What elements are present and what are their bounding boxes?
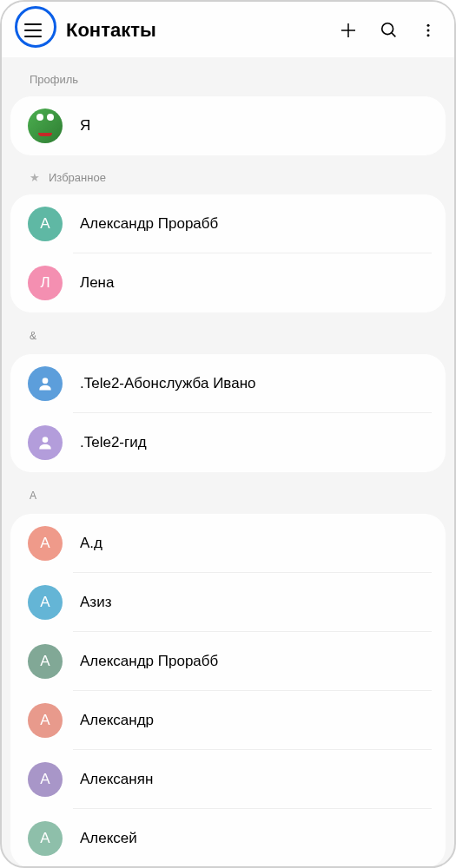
contact-name: Александр bbox=[80, 712, 154, 729]
contact-name: Александр Прорабб bbox=[80, 215, 218, 233]
favorites-card: А Александр Прорабб Л Лена bbox=[10, 194, 446, 312]
contact-avatar: А bbox=[28, 207, 63, 241]
contact-name: Алексей bbox=[80, 830, 137, 847]
svg-point-2 bbox=[382, 23, 393, 35]
contact-avatar: А bbox=[28, 585, 63, 620]
contact-name: .Tele2-Абонслужба Ивано bbox=[80, 375, 256, 392]
list-item[interactable]: А А.д bbox=[10, 514, 446, 573]
list-item[interactable]: А Александр Прорабб bbox=[10, 632, 446, 691]
list-item[interactable]: А Александр bbox=[10, 691, 446, 750]
more-icon[interactable] bbox=[420, 22, 437, 39]
amp-card: .Tele2-Абонслужба Ивано .Tele2-гид bbox=[10, 354, 446, 472]
contact-name: .Tele2-гид bbox=[80, 434, 147, 451]
a-section-label: А bbox=[2, 472, 454, 514]
list-item[interactable]: .Tele2-гид bbox=[10, 413, 446, 472]
amp-section-label: & bbox=[2, 312, 454, 354]
list-item[interactable]: А Алексей bbox=[10, 809, 446, 868]
list-item[interactable]: А Александр Прорабб bbox=[10, 194, 446, 253]
contact-name: Азиз bbox=[80, 594, 111, 611]
person-icon bbox=[36, 375, 54, 392]
contact-name: А.д bbox=[80, 535, 102, 552]
contact-name: Алексанян bbox=[80, 771, 153, 788]
app-header: Контакты bbox=[2, 2, 454, 57]
header-actions bbox=[338, 20, 437, 41]
svg-point-4 bbox=[427, 24, 430, 27]
svg-line-3 bbox=[392, 33, 396, 37]
list-item[interactable]: А Алексанян bbox=[10, 750, 446, 809]
profile-row[interactable]: Я bbox=[10, 96, 446, 155]
contact-avatar: А bbox=[28, 703, 63, 738]
svg-point-5 bbox=[427, 30, 430, 32]
list-item[interactable]: .Tele2-Абонслужба Ивано bbox=[10, 354, 446, 413]
list-item[interactable]: А Азиз bbox=[10, 573, 446, 632]
contact-avatar: А bbox=[28, 762, 63, 797]
add-icon[interactable] bbox=[338, 20, 359, 41]
page-title: Контакты bbox=[66, 19, 338, 42]
person-icon bbox=[36, 434, 54, 451]
contact-avatar: А bbox=[28, 821, 63, 856]
contact-name: Лена bbox=[80, 274, 114, 292]
contact-avatar bbox=[28, 425, 63, 460]
a-card: А А.д А Азиз А Александр Прорабб А Алекс… bbox=[10, 514, 446, 868]
menu-icon[interactable] bbox=[24, 20, 45, 41]
device-frame: Контакты Профиль Я ★ Избранное А Алексан… bbox=[0, 0, 456, 868]
search-icon[interactable] bbox=[380, 21, 399, 40]
contact-name: Александр Прорабб bbox=[80, 653, 218, 670]
list-item[interactable]: Л Лена bbox=[10, 253, 446, 312]
svg-point-8 bbox=[43, 437, 49, 443]
favorites-label-text: Избранное bbox=[49, 171, 106, 184]
star-icon: ★ bbox=[30, 171, 40, 184]
favorites-section-label: ★ Избранное bbox=[2, 155, 454, 194]
profile-section-label: Профиль bbox=[2, 57, 454, 96]
svg-point-7 bbox=[43, 378, 49, 384]
contact-avatar bbox=[28, 366, 63, 401]
contact-avatar: А bbox=[28, 644, 63, 679]
profile-name: Я bbox=[80, 117, 90, 135]
profile-label-text: Профиль bbox=[30, 73, 78, 86]
profile-card: Я bbox=[10, 96, 446, 155]
contact-avatar: А bbox=[28, 526, 63, 561]
profile-avatar bbox=[28, 108, 63, 143]
contact-avatar: Л bbox=[28, 266, 63, 300]
svg-point-6 bbox=[427, 34, 430, 36]
